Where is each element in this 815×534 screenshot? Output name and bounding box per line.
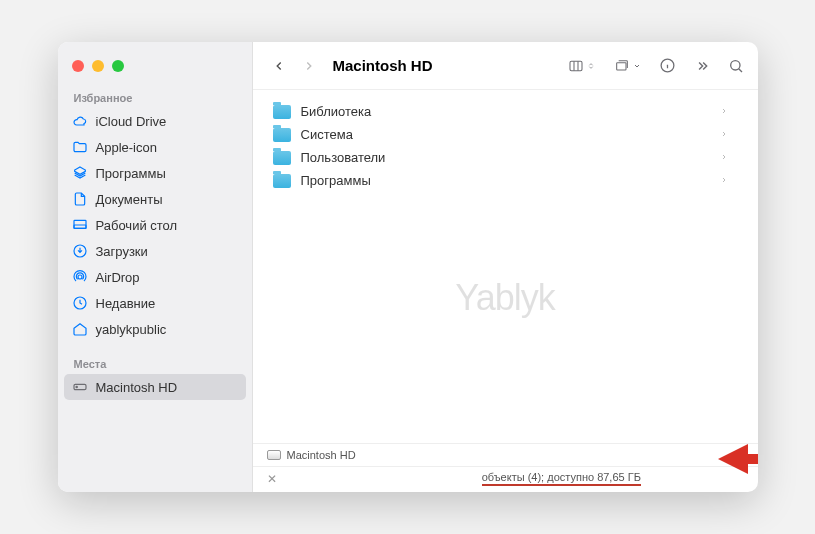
- svg-point-6: [76, 386, 77, 387]
- sidebar-item-label: Macintosh HD: [96, 380, 178, 395]
- minimize-button[interactable]: [92, 60, 104, 72]
- sidebar-section-favorites: Избранное: [58, 86, 252, 108]
- group-button[interactable]: [613, 58, 641, 74]
- sidebar-item-label: Рабочий стол: [96, 218, 178, 233]
- cloud-icon: [72, 113, 88, 129]
- overflow-button[interactable]: [694, 59, 710, 73]
- sidebar-item-icloud[interactable]: iCloud Drive: [58, 108, 252, 134]
- finder-window: Избранное iCloud Drive Apple-icon Програ…: [58, 42, 758, 492]
- folder-icon: [273, 105, 291, 119]
- sidebar-item-label: yablykpublic: [96, 322, 167, 337]
- airdrop-icon: [72, 269, 88, 285]
- sidebar-item-airdrop[interactable]: AirDrop: [58, 264, 252, 290]
- status-text: объекты (4); доступно 87,65 ГБ: [482, 471, 641, 486]
- sidebar-item-label: iCloud Drive: [96, 114, 167, 129]
- watermark: Yablyk: [455, 277, 554, 319]
- chevron-right-icon: [720, 104, 728, 119]
- close-button[interactable]: [72, 60, 84, 72]
- apps-icon: [72, 165, 88, 181]
- sidebar-item-label: Документы: [96, 192, 163, 207]
- back-button[interactable]: [267, 54, 291, 78]
- clock-icon: [72, 295, 88, 311]
- file-list[interactable]: Библиотека Система Пользователи Программ…: [253, 90, 758, 443]
- file-row[interactable]: Пользователи: [253, 146, 758, 169]
- file-label: Пользователи: [301, 150, 386, 165]
- file-label: Система: [301, 127, 353, 142]
- sidebar-item-downloads[interactable]: Загрузки: [58, 238, 252, 264]
- svg-rect-1: [74, 225, 86, 228]
- sidebar-item-label: AirDrop: [96, 270, 140, 285]
- file-label: Библиотека: [301, 104, 372, 119]
- home-icon: [72, 321, 88, 337]
- maximize-button[interactable]: [112, 60, 124, 72]
- sidebar-item-label: Загрузки: [96, 244, 148, 259]
- path-bar[interactable]: Macintosh HD: [253, 443, 758, 466]
- sidebar-item-documents[interactable]: Документы: [58, 186, 252, 212]
- view-mode-button[interactable]: [567, 58, 595, 74]
- svg-rect-7: [570, 61, 582, 70]
- sidebar: Избранное iCloud Drive Apple-icon Програ…: [58, 42, 253, 492]
- chevron-right-icon: [720, 173, 728, 188]
- file-row[interactable]: Система: [253, 123, 758, 146]
- sidebar-item-apps[interactable]: Программы: [58, 160, 252, 186]
- file-row[interactable]: Программы: [253, 169, 758, 192]
- folder-icon: [273, 151, 291, 165]
- sidebar-item-label: Недавние: [96, 296, 156, 311]
- download-icon: [72, 243, 88, 259]
- search-button[interactable]: [728, 58, 744, 74]
- chevron-right-icon: [720, 127, 728, 142]
- window-controls: [58, 52, 252, 86]
- sidebar-item-apple-icon[interactable]: Apple-icon: [58, 134, 252, 160]
- sidebar-item-label: Программы: [96, 166, 166, 181]
- toolbar-right: [567, 57, 744, 74]
- hd-icon: [72, 379, 88, 395]
- sidebar-item-desktop[interactable]: Рабочий стол: [58, 212, 252, 238]
- svg-point-3: [78, 275, 82, 279]
- window-title: Macintosh HD: [333, 57, 561, 74]
- path-label: Macintosh HD: [287, 449, 356, 461]
- folder-outline-icon: [72, 139, 88, 155]
- sidebar-item-home[interactable]: yablykpublic: [58, 316, 252, 342]
- svg-point-10: [730, 60, 739, 69]
- sidebar-item-label: Apple-icon: [96, 140, 157, 155]
- status-bar: ✕ объекты (4); доступно 87,65 ГБ: [253, 466, 758, 492]
- doc-icon: [72, 191, 88, 207]
- sidebar-item-macintosh-hd[interactable]: Macintosh HD: [64, 374, 246, 400]
- sidebar-item-recent[interactable]: Недавние: [58, 290, 252, 316]
- svg-rect-0: [74, 220, 86, 228]
- sidebar-section-locations: Места: [58, 352, 252, 374]
- forward-button[interactable]: [297, 54, 321, 78]
- file-row[interactable]: Библиотека: [253, 100, 758, 123]
- hd-small-icon: [267, 450, 281, 460]
- file-label: Программы: [301, 173, 371, 188]
- toolbar: Macintosh HD: [253, 42, 758, 90]
- folder-icon: [273, 128, 291, 142]
- svg-rect-8: [616, 62, 625, 69]
- info-button[interactable]: [659, 57, 676, 74]
- main-panel: Macintosh HD: [253, 42, 758, 492]
- status-close-button[interactable]: ✕: [267, 472, 277, 486]
- chevron-right-icon: [720, 150, 728, 165]
- folder-icon: [273, 174, 291, 188]
- desktop-icon: [72, 217, 88, 233]
